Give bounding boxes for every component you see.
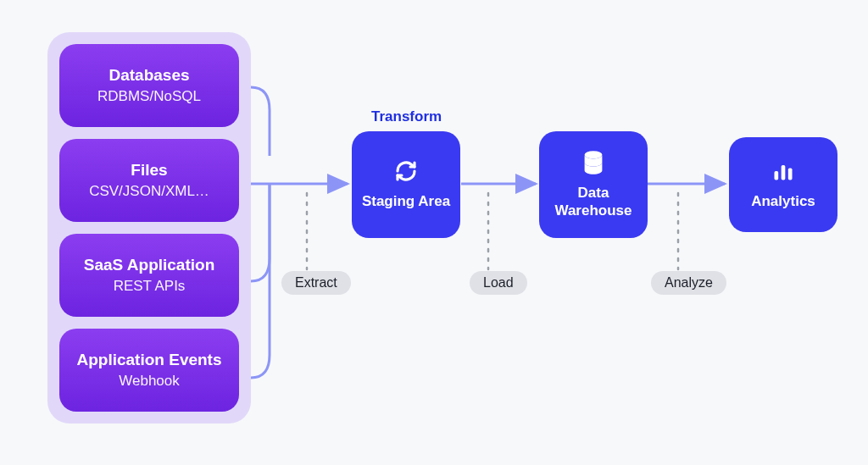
step-extract: Extract	[281, 271, 351, 295]
source-events: Application Events Webhook	[59, 329, 239, 412]
source-title: Databases	[70, 65, 229, 86]
source-title: Application Events	[70, 350, 229, 371]
source-title: Files	[70, 160, 229, 181]
source-subtitle: REST APIs	[70, 277, 229, 296]
transform-label: Transform	[371, 108, 442, 125]
stage-label: Staging Area	[362, 192, 450, 210]
source-subtitle: RDBMS/NoSQL	[70, 87, 229, 106]
svg-point-6	[585, 151, 603, 158]
source-files: Files CSV/JSON/XML…	[59, 139, 239, 222]
stage-warehouse: Data Warehouse	[539, 131, 648, 238]
stage-label: Data Warehouse	[548, 184, 639, 220]
source-saas: SaaS Application REST APIs	[59, 234, 239, 317]
svg-rect-8	[782, 165, 786, 180]
source-databases: Databases RDBMS/NoSQL	[59, 44, 239, 127]
sync-icon	[393, 158, 419, 184]
stage-analytics: Analytics	[729, 137, 837, 232]
source-subtitle: CSV/JSON/XML…	[70, 182, 229, 201]
database-icon	[581, 150, 606, 175]
svg-rect-7	[775, 171, 779, 180]
etl-diagram: Databases RDBMS/NoSQL Files CSV/JSON/XML…	[0, 0, 868, 465]
source-subtitle: Webhook	[70, 372, 229, 390]
bar-chart-icon	[771, 158, 796, 184]
step-load: Load	[470, 271, 527, 295]
stage-staging: Staging Area	[352, 131, 460, 238]
sources-panel: Databases RDBMS/NoSQL Files CSV/JSON/XML…	[47, 32, 251, 423]
stage-label: Analytics	[751, 192, 815, 210]
step-analyze: Analyze	[651, 271, 726, 295]
svg-rect-9	[788, 169, 793, 180]
source-title: SaaS Application	[70, 255, 229, 276]
